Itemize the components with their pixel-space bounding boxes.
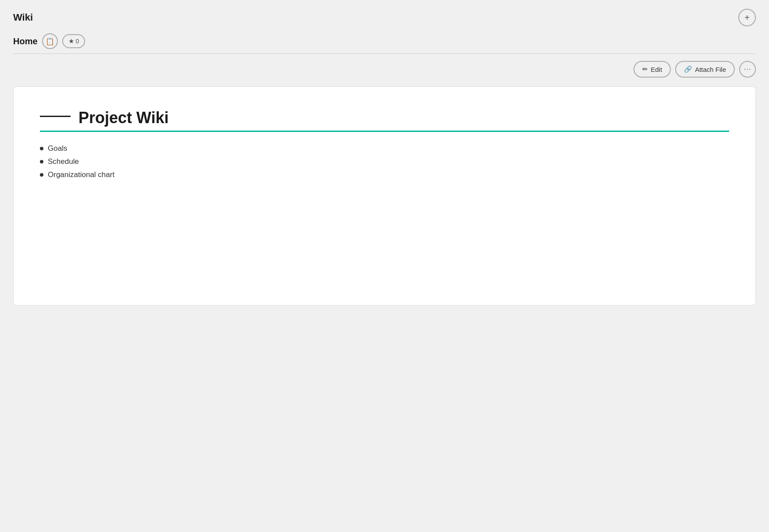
bullet-icon [40, 147, 43, 150]
page-title-container: Project Wiki [40, 109, 729, 127]
teal-divider [40, 131, 729, 132]
attach-label: Attach File [695, 66, 726, 73]
breadcrumb-bar: Home 📋 ★ 0 [13, 33, 756, 49]
edit-button[interactable]: ✏ Edit [634, 61, 671, 78]
header-divider [13, 53, 756, 54]
attach-icon: 🔗 [684, 65, 692, 73]
page-title: Project Wiki [78, 109, 169, 127]
more-icon: ··· [744, 65, 751, 73]
list-item-text: Schedule [48, 157, 79, 166]
wiki-list: GoalsScheduleOrganizational chart [40, 144, 729, 179]
more-options-button[interactable]: ··· [739, 61, 756, 78]
breadcrumb-home: Home [13, 36, 38, 46]
content-card: Project Wiki GoalsScheduleOrganizational… [13, 86, 756, 305]
title-decoration [40, 116, 71, 117]
add-button[interactable]: + [738, 9, 756, 26]
bullet-icon [40, 173, 43, 177]
edit-icon: ✏ [642, 65, 648, 73]
star-icon: ★ [68, 37, 74, 45]
list-item-text: Goals [48, 144, 67, 153]
toolbar: ✏ Edit 🔗 Attach File ··· [13, 61, 756, 78]
plus-icon: + [744, 13, 750, 23]
edit-label: Edit [651, 66, 662, 73]
attach-file-button[interactable]: 🔗 Attach File [675, 61, 735, 78]
clipboard-button[interactable]: 📋 [42, 33, 58, 49]
list-item-text: Organizational chart [48, 170, 114, 179]
wiki-title: Wiki [13, 12, 33, 23]
star-button[interactable]: ★ 0 [62, 34, 85, 48]
list-item: Organizational chart [40, 170, 729, 179]
list-item: Goals [40, 144, 729, 153]
bullet-icon [40, 160, 43, 163]
clipboard-icon: 📋 [46, 37, 54, 46]
app-container: Wiki + Home 📋 ★ 0 ✏ Edit 🔗 Attach File ·… [0, 0, 769, 532]
wiki-header: Wiki + [13, 9, 756, 26]
list-item: Schedule [40, 157, 729, 166]
star-count: 0 [76, 38, 79, 45]
